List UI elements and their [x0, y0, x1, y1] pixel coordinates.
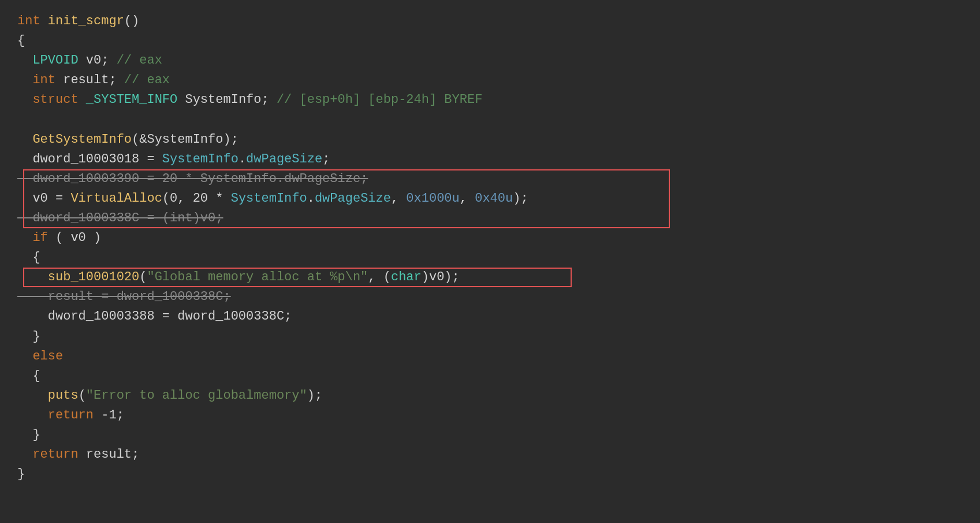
- code-line-22: }: [17, 425, 963, 445]
- code-line-9: dword_10003390 = 20 * SystemInfo.dwPageS…: [17, 169, 963, 189]
- code-line-16: dword_10003388 = dword_1000338C;: [17, 307, 963, 327]
- code-line-13: {: [17, 248, 963, 268]
- code-line-11: dword_1000338C = (int)v0;: [17, 209, 963, 228]
- code-line-10: v0 = VirtualAlloc(0, 20 * SystemInfo.dwP…: [17, 189, 963, 209]
- code-line-23: return result;: [17, 445, 963, 465]
- code-line-7: GetSystemInfo(&SystemInfo);: [17, 130, 963, 150]
- code-line-19: {: [17, 366, 963, 386]
- code-line-3: LPVOID v0; // eax: [17, 51, 963, 71]
- code-line-8: dword_10003018 = SystemInfo.dwPageSize;: [17, 150, 963, 169]
- code-line-21: return -1;: [17, 406, 963, 425]
- code-line-20: puts("Error to alloc globalmemory");: [17, 386, 963, 406]
- code-line-2: {: [17, 31, 963, 51]
- code-line-1: int init_scmgr(): [17, 12, 963, 31]
- code-line-6: [17, 110, 963, 129]
- code-line-14: sub_10001020("Global memory alloc at %p\…: [17, 268, 963, 287]
- code-line-18: else: [17, 347, 963, 366]
- code-view: int init_scmgr() { LPVOID v0; // eax int…: [17, 12, 963, 484]
- code-line-17: }: [17, 327, 963, 347]
- code-line-4: int result; // eax: [17, 71, 963, 90]
- code-line-24: }: [17, 465, 963, 484]
- code-line-12: if ( v0 ): [17, 228, 963, 248]
- code-line-5: struct _SYSTEM_INFO SystemInfo; // [esp+…: [17, 90, 963, 110]
- code-line-15: result = dword_1000338C;: [17, 287, 963, 307]
